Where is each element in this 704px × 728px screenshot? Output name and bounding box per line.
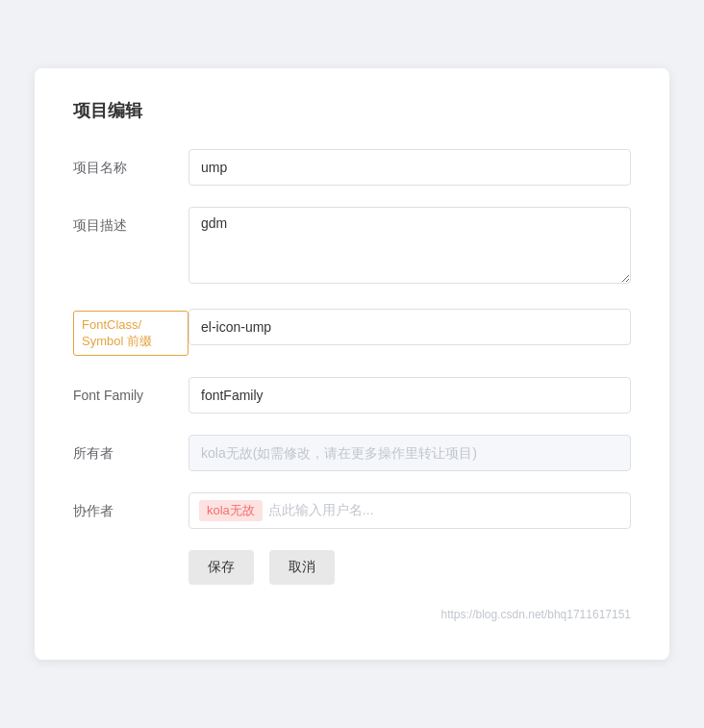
font-class-input[interactable] — [189, 309, 631, 345]
project-desc-label: 项目描述 — [73, 207, 189, 236]
font-family-control — [189, 377, 631, 414]
collaborator-row: 协作者 kola无故 点此输入用户名... — [73, 492, 631, 529]
project-desc-textarea[interactable]: gdm — [189, 207, 631, 284]
project-name-control — [189, 149, 631, 186]
owner-label: 所有者 — [73, 435, 189, 464]
collaborator-placeholder: 点此输入用户名... — [268, 502, 374, 519]
project-name-row: 项目名称 — [73, 149, 631, 186]
watermark-text: https://blog.csdn.net/bhq1711617151 — [73, 608, 631, 621]
project-desc-control: gdm — [189, 207, 631, 288]
collaborator-tag: kola无故 — [199, 500, 263, 521]
collaborator-label: 协作者 — [73, 492, 189, 521]
project-name-label: 项目名称 — [73, 149, 189, 178]
font-family-label: Font Family — [73, 377, 189, 406]
form-actions: 保存 取消 — [73, 550, 631, 585]
project-desc-row: 项目描述 gdm — [73, 207, 631, 288]
font-class-control — [189, 309, 631, 345]
owner-row: 所有者 — [73, 435, 631, 471]
collaborator-input-area[interactable]: kola无故 点此输入用户名... — [189, 492, 631, 529]
project-name-input[interactable] — [189, 149, 631, 186]
owner-control — [189, 435, 631, 471]
font-family-input[interactable] — [189, 377, 631, 414]
font-family-row: Font Family — [73, 377, 631, 414]
cancel-button[interactable]: 取消 — [269, 550, 335, 585]
owner-input — [189, 435, 631, 471]
edit-form-card: 项目编辑 项目名称 项目描述 gdm FontClass/ Symbol 前缀 … — [35, 68, 669, 661]
font-class-row: FontClass/ Symbol 前缀 — [73, 309, 631, 357]
save-button[interactable]: 保存 — [189, 550, 254, 585]
collaborator-control: kola无故 点此输入用户名... — [189, 492, 631, 529]
font-class-label: FontClass/ Symbol 前缀 — [73, 311, 189, 357]
page-title: 项目编辑 — [73, 99, 631, 122]
